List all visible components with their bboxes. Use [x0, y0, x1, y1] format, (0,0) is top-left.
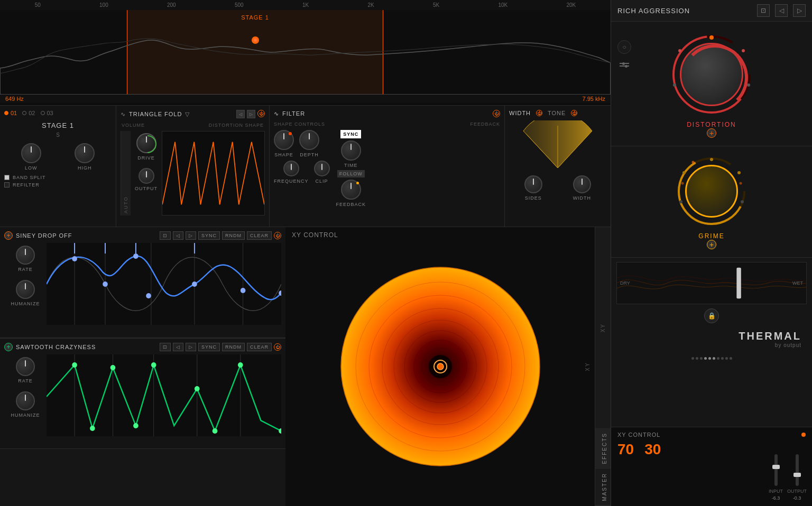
- distortion-main-knob[interactable]: [680, 43, 743, 106]
- xy-circle[interactable]: [340, 266, 541, 467]
- shape-knob[interactable]: [274, 130, 294, 150]
- input-slider[interactable]: [774, 454, 778, 486]
- svg-point-59: [742, 49, 745, 52]
- width-knob[interactable]: [573, 175, 591, 193]
- svg-point-20: [103, 282, 108, 287]
- lfo1-humanize-label: HUMANIZE: [11, 301, 40, 306]
- width-power-btn[interactable]: ⏻: [536, 110, 542, 116]
- effects-tab[interactable]: EFFECTS: [595, 428, 611, 469]
- filter-wave-icon: ∿: [274, 110, 279, 117]
- freq-knob[interactable]: [283, 161, 299, 176]
- lfo1-back-btn[interactable]: ◁: [173, 231, 183, 240]
- stage-tab-2[interactable]: 02: [22, 110, 35, 116]
- svg-line-9: [239, 142, 252, 205]
- distortion-back-btn[interactable]: ◁: [236, 110, 245, 118]
- distortion-add-btn[interactable]: +: [707, 128, 716, 138]
- dot-9[interactable]: [725, 357, 728, 360]
- dry-label: DRY: [620, 280, 630, 286]
- preset-name: RICH AGGRESSION: [617, 7, 752, 15]
- lfo2-clear-btn[interactable]: CLEAR: [247, 343, 272, 351]
- dot-8[interactable]: [721, 357, 724, 360]
- lfo2-sync-btn[interactable]: SYNC: [198, 343, 220, 351]
- lfo1-rate-knob[interactable]: [16, 246, 35, 265]
- lfo2-forward-btn[interactable]: ▷: [186, 343, 196, 351]
- lfo1-copy-btn[interactable]: ⊡: [160, 231, 171, 240]
- band-split-option: BAND SPLIT: [4, 175, 112, 180]
- xy-label-side: XY: [600, 323, 606, 332]
- output-knob[interactable]: [139, 168, 154, 184]
- clip-knob[interactable]: [314, 161, 330, 176]
- tone-power-btn[interactable]: ⏻: [571, 110, 577, 116]
- svg-line-1: [162, 142, 175, 205]
- high-knob[interactable]: [75, 143, 95, 163]
- tone-tab[interactable]: TONE: [548, 110, 566, 116]
- preset-back-btn[interactable]: ◁: [775, 4, 788, 17]
- width-tone-tabs: WIDTH ⏻ TONE ⏻: [509, 110, 606, 116]
- dot-1[interactable]: [691, 357, 694, 360]
- band-split-checkbox[interactable]: [4, 175, 10, 180]
- settings-btn[interactable]: ○: [617, 40, 631, 54]
- dot-5[interactable]: [708, 357, 711, 360]
- dot-4[interactable]: [704, 357, 707, 360]
- grime-main-knob[interactable]: [685, 165, 738, 218]
- dot-6[interactable]: [713, 357, 715, 360]
- stage-tab-3[interactable]: 03: [41, 110, 53, 116]
- freq-right: 7.95 kHz: [583, 96, 605, 102]
- stage-tab-1[interactable]: 01: [4, 110, 17, 116]
- distortion-forward-btn[interactable]: ▷: [247, 110, 255, 118]
- master-tab[interactable]: MASTER: [595, 468, 611, 506]
- output-slider[interactable]: [796, 454, 799, 486]
- lfo2-back-btn[interactable]: ◁: [173, 343, 183, 351]
- svg-point-70: [692, 161, 695, 164]
- input-val: -6.3: [772, 495, 780, 501]
- input-slider-thumb: [772, 465, 780, 469]
- distortion-shape-viz: [162, 131, 265, 215]
- lfo1-graph[interactable]: [47, 243, 281, 325]
- lfo2-graph[interactable]: [47, 354, 281, 436]
- lfo2-rate-knob[interactable]: [16, 357, 35, 376]
- distortion-inner: AUTO DRIVE OUTPUT: [121, 131, 265, 215]
- follow-btn[interactable]: FOLLOW: [337, 170, 365, 177]
- filter-panel: ∿ FILTER ⏻ SHAPE CONTROLS FEEDBACK: [270, 106, 505, 227]
- filter-power-btn[interactable]: ⏻: [493, 110, 500, 117]
- dot-3[interactable]: [700, 357, 703, 360]
- by-output-text: by output: [622, 342, 801, 348]
- distortion-power-btn[interactable]: ⏻: [257, 110, 265, 117]
- preset-save-btn[interactable]: ⊡: [757, 4, 770, 17]
- width-tab[interactable]: WIDTH: [509, 110, 531, 116]
- lfo2-rndm-btn[interactable]: RNDM: [222, 343, 245, 351]
- lfo1-clear-btn[interactable]: CLEAR: [247, 231, 272, 240]
- lfo2-copy-btn[interactable]: ⊡: [160, 343, 171, 351]
- top-bar: RICH AGGRESSION ⊡ ◁ ▷: [611, 0, 812, 22]
- lfo1-power-btn[interactable]: ⏻: [274, 232, 281, 239]
- lock-btn[interactable]: 🔒: [704, 308, 719, 323]
- width-fan: [515, 120, 600, 173]
- lfo1-sync-btn[interactable]: SYNC: [198, 231, 220, 240]
- drive-knob[interactable]: [136, 133, 156, 153]
- dot-7[interactable]: [717, 357, 719, 360]
- feedback-knob[interactable]: [341, 180, 361, 200]
- lfo1-humanize-knob[interactable]: [16, 280, 35, 299]
- time-knob[interactable]: [341, 140, 361, 161]
- depth-knob[interactable]: [299, 130, 319, 150]
- mixer-icon[interactable]: [617, 61, 631, 69]
- low-knob[interactable]: [21, 143, 41, 163]
- lfo1-add-btn[interactable]: +: [4, 231, 13, 240]
- lfo1-rndm-btn[interactable]: RNDM: [222, 231, 245, 240]
- lfo2-power-btn[interactable]: ⏻: [274, 343, 281, 351]
- sides-knob[interactable]: [524, 175, 542, 193]
- svg-point-69: [741, 200, 744, 203]
- lfo2-humanize-knob[interactable]: [16, 391, 35, 410]
- lfo2-add-btn[interactable]: +: [4, 343, 13, 351]
- dot-2[interactable]: [696, 357, 698, 360]
- lfo1-forward-btn[interactable]: ▷: [186, 231, 196, 240]
- lfo1-waveform: [47, 243, 281, 325]
- dot-10[interactable]: [730, 357, 732, 360]
- filter-sync-btn[interactable]: SYNC: [340, 130, 361, 138]
- refilter-checkbox[interactable]: [4, 182, 10, 188]
- xy-bottom-section: XY CONTROL 70 30 INPUT -6.3: [611, 427, 812, 506]
- sides-knob-container: SIDES: [524, 175, 542, 201]
- preset-forward-btn[interactable]: ▷: [793, 4, 806, 17]
- grime-add-btn[interactable]: +: [707, 240, 716, 249]
- lfo1-rate-label: RATE: [18, 267, 32, 272]
